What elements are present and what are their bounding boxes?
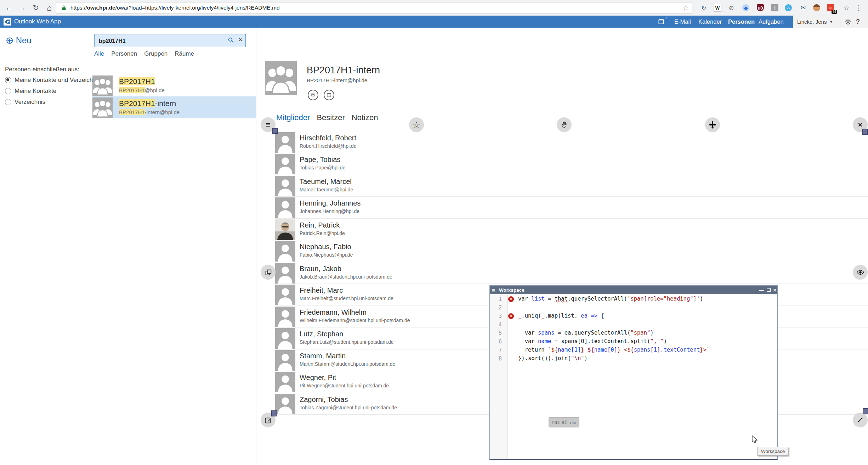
filter-tab-räume[interactable]: Räume <box>175 50 194 57</box>
radio-icon[interactable] <box>5 99 11 105</box>
address-bar[interactable]: https://owa.hpi.de/owa/?load=https://liv… <box>56 2 692 14</box>
share-extension-icon[interactable]: ∴ <box>783 3 793 13</box>
code-line[interactable]: 1×var list = that.querySelectorAll('span… <box>490 295 777 303</box>
member-row[interactable]: Pape, TobiasTobias.Pape@hpi.de <box>275 153 868 175</box>
search-result-row[interactable]: BP2017H1-internBP2017H1-intern@hpi.de <box>92 96 256 118</box>
wikipedia-extension-icon[interactable]: W <box>713 3 722 13</box>
member-row[interactable]: Niephaus, FabioFabio.Niephaus@hpi.de <box>275 240 868 262</box>
member-row[interactable]: Rein, PatrickPatrick.Rein@hpi.de <box>275 219 868 241</box>
reminder-calendar-icon[interactable] <box>658 18 664 25</box>
owa-top-bar: Outlook Web App 1 E-MailKalenderPersonen… <box>0 16 868 28</box>
session-restore-extension-icon[interactable]: ↻ <box>699 3 709 13</box>
browser-menu-icon[interactable]: ⋮ <box>854 3 864 13</box>
filter-tab-alle[interactable]: Alle <box>94 50 104 57</box>
avatar-extension-icon[interactable] <box>812 3 822 13</box>
window-minimize-icon[interactable]: — <box>758 286 765 294</box>
clear-search-icon[interactable]: × <box>239 36 243 44</box>
workspace-titlebar[interactable]: ≡ Workspace — × <box>490 286 777 294</box>
letter-i-extension-icon[interactable]: I <box>770 3 780 13</box>
inbox-extension-icon[interactable]: ✉ <box>798 3 808 13</box>
owa-nav-email[interactable]: E-Mail <box>674 16 691 28</box>
member-email: Marcel.Taeumel@hpi.de <box>300 187 353 192</box>
radio-icon[interactable] <box>5 88 11 94</box>
lock-icon <box>61 5 67 11</box>
halo-corner-handle[interactable] <box>862 129 868 135</box>
member-avatar <box>275 241 295 262</box>
window-menu-icon[interactable]: ≡ <box>492 286 495 294</box>
member-row[interactable]: Hirschfeld, RobertRobert.Hirschfeld@hpi.… <box>275 131 868 153</box>
plus-circle-icon: ⊕ <box>6 36 14 45</box>
window-close-icon[interactable]: × <box>772 286 778 294</box>
window-maximize-icon[interactable] <box>765 286 772 294</box>
member-name: Henning, Johannes <box>300 199 361 207</box>
halo-move-icon[interactable] <box>705 117 720 132</box>
halo-resize-icon[interactable] <box>853 413 868 427</box>
member-email: Wilhelm.Friedemann@student.hpi.uni-potsd… <box>300 318 410 323</box>
search-result-row[interactable]: BP2017H1BP2017H1@hpi.de <box>92 74 256 96</box>
browser-reload-icon[interactable]: ↻ <box>30 2 41 13</box>
tab-notizen[interactable]: Notizen <box>352 113 378 122</box>
radio-icon[interactable] <box>5 77 11 83</box>
camera-block-extension-icon[interactable]: ⊘ <box>726 3 736 13</box>
todoist-extension-icon[interactable]: ≡14 <box>826 3 835 13</box>
bookmark-star-icon[interactable]: ☆ <box>683 4 689 12</box>
halo-corner-handle[interactable] <box>272 128 278 134</box>
member-name: Friedemann, Wilhelm <box>300 308 367 316</box>
member-row[interactable]: Braun, JakobJakob.Braun@student.hpi.uni-… <box>275 262 868 284</box>
halo-corner-handle[interactable] <box>271 410 277 416</box>
tab-mitglieder[interactable]: Mitglieder <box>276 113 310 122</box>
settings-gear-icon[interactable] <box>845 18 851 25</box>
extension-knot-icon[interactable]: ☆ <box>841 3 851 13</box>
mouse-cursor <box>751 435 759 444</box>
owa-nav-aufgaben[interactable]: Aufgaben <box>759 16 784 28</box>
member-row[interactable]: Taeumel, MarcelMarcel.Taeumel@hpi.de <box>275 175 868 197</box>
tab-besitzer[interactable]: Besitzer <box>317 113 345 122</box>
member-name: Stamm, Martin <box>300 352 346 360</box>
code-line[interactable]: 8}).sort()).join("\n") <box>490 354 777 363</box>
send-mail-button[interactable]: ✉ <box>308 90 318 100</box>
halo-eye-icon[interactable] <box>853 265 868 280</box>
include-option-radio[interactable]: Meine Kontakte <box>5 88 56 95</box>
envelope-icon: ✉ <box>311 92 316 98</box>
search-icon[interactable] <box>228 37 234 43</box>
reminder-count-badge: 1 <box>666 17 668 21</box>
halo-star-icon[interactable]: ☆ <box>409 117 424 132</box>
schedule-meeting-button[interactable] <box>324 90 334 100</box>
member-row[interactable]: Henning, JohannesJohannes.Henning@hpi.de <box>275 197 868 219</box>
member-email: Martin.Stamm@student.hpi.uni-potsdam.de <box>300 361 395 367</box>
search-input[interactable] <box>98 34 231 47</box>
code-line[interactable]: 5 var spans = ea.querySelectorAll("span"… <box>490 329 777 337</box>
code-line[interactable]: 7 return `${name[1]} ${name[0]} <${spans… <box>490 346 777 354</box>
owa-nav-kalender[interactable]: Kalender <box>698 16 722 28</box>
user-menu[interactable]: Lincke, Jens▼ <box>797 16 833 28</box>
member-avatar <box>275 197 295 218</box>
browser-back-icon[interactable]: ← <box>4 2 14 13</box>
filter-tab-gruppen[interactable]: Gruppen <box>144 50 168 57</box>
member-avatar <box>275 132 295 153</box>
member-email: Patrick.Rein@hpi.de <box>300 230 345 236</box>
browser-forward-icon[interactable]: → <box>17 2 28 13</box>
halo-corner-handle[interactable] <box>863 408 868 414</box>
include-option-radio[interactable]: Meine Kontakte und Verzeichnis <box>5 77 101 84</box>
workspace-window: ≡ Workspace — × 1×var list = that.queryS… <box>489 285 778 460</box>
help-button[interactable]: ? <box>856 16 860 28</box>
divider <box>840 17 840 26</box>
new-contact-button[interactable]: ⊕ Neu <box>6 35 32 45</box>
ublock-origin-extension-icon[interactable]: u0 <box>755 3 765 13</box>
code-line[interactable]: 2 <box>490 303 777 312</box>
code-line[interactable]: 3×_.uniq(_.map(list, ea => { <box>490 312 777 320</box>
filter-tab-personen[interactable]: Personen <box>111 50 137 57</box>
error-marker-icon: × <box>508 296 514 302</box>
owa-nav-personen[interactable]: Personen <box>728 16 755 28</box>
halo-hand-icon[interactable] <box>557 117 572 132</box>
code-line[interactable]: 4 <box>490 320 777 329</box>
halo-copy-icon[interactable] <box>261 265 276 280</box>
url-text: https://owa.hpi.de/owa/?load=https://liv… <box>70 5 280 11</box>
owa-logo-icon[interactable] <box>4 18 12 26</box>
member-name: Hirschfeld, Robert <box>300 134 356 142</box>
include-option-radio[interactable]: Verzeichnis <box>5 99 45 106</box>
code-line[interactable]: 6 var name = spans[0].textContent.split(… <box>490 337 777 346</box>
browser-home-icon[interactable]: ⌂ <box>44 2 55 13</box>
code-text: var spans = ea.querySelectorAll("span") <box>518 330 654 336</box>
scholar-extension-icon[interactable]: ◆ <box>741 3 751 13</box>
